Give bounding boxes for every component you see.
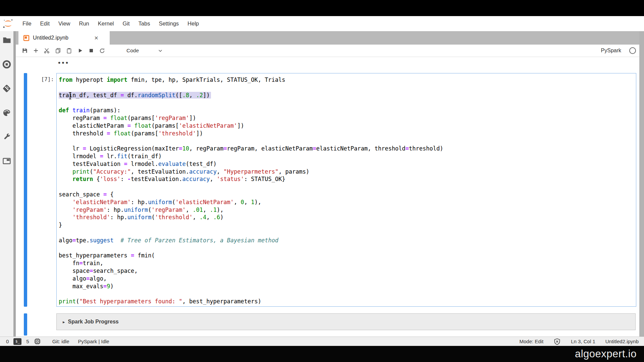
notebook-area: ••• [7]: from hyperopt import fmin, tpe,… xyxy=(16,57,644,337)
menu-view[interactable]: View xyxy=(54,20,74,27)
run-cell-button[interactable] xyxy=(74,46,86,56)
left-sidebar xyxy=(0,31,13,337)
tab-close-icon[interactable]: × xyxy=(94,35,98,41)
terminal-icon: $_ xyxy=(13,338,21,345)
save-button[interactable] xyxy=(19,46,30,56)
jupyter-logo-icon xyxy=(0,16,16,31)
restart-kernel-button[interactable] xyxy=(97,46,108,56)
status-bar: 0 $_ 5 Git: idle PySpark | Idle Mode: Ed… xyxy=(0,337,644,346)
menu-run[interactable]: Run xyxy=(75,20,94,27)
menu-file[interactable]: File xyxy=(18,20,36,27)
code-cell[interactable]: from hyperopt import fmin, tpe, hp, Spar… xyxy=(56,73,636,307)
mode-indicator[interactable]: Mode: Edit xyxy=(520,339,544,344)
menu-help[interactable]: Help xyxy=(183,20,203,27)
menu-bar: File Edit View Run Kernel Git Tabs Setti… xyxy=(0,16,644,31)
top-black-bar xyxy=(0,0,644,16)
cursor-position[interactable]: Ln 3, Col 1 xyxy=(571,339,595,344)
code-editor[interactable]: from hyperopt import fmin, tpe, hp, Spar… xyxy=(59,76,635,305)
paste-cells-button[interactable] xyxy=(63,46,74,56)
kernel-chip-icon xyxy=(34,338,41,345)
kernel-status-icon[interactable] xyxy=(629,47,636,54)
cell-collapser[interactable] xyxy=(24,73,27,307)
collapsed-cell-indicator[interactable]: ••• xyxy=(58,59,69,67)
sidebar-divider xyxy=(13,31,16,337)
main-content: Untitled2.ipynb × xyxy=(16,31,644,337)
menu-tabs[interactable]: Tabs xyxy=(134,20,155,27)
menu-git[interactable]: Git xyxy=(118,20,134,27)
notebook-toolbar: Code PySpark xyxy=(16,45,644,57)
menu-kernel[interactable]: Kernel xyxy=(94,20,118,27)
tab-bar: Untitled2.ipynb × xyxy=(16,31,644,45)
menu-edit[interactable]: Edit xyxy=(36,20,54,27)
output-collapser[interactable] xyxy=(24,313,27,336)
brand-text: algoexpert.io xyxy=(575,348,637,360)
file-browser-icon[interactable] xyxy=(2,36,11,45)
cell-type-dropdown[interactable]: Code xyxy=(126,48,139,54)
copy-cells-button[interactable] xyxy=(52,46,63,56)
menu-settings[interactable]: Settings xyxy=(154,20,183,27)
git-icon[interactable] xyxy=(2,84,11,93)
tab-title: Untitled2.ipynb xyxy=(33,35,68,41)
cut-cells-button[interactable] xyxy=(41,46,52,56)
expand-arrow-icon[interactable]: ▸ xyxy=(63,319,65,324)
notebook-icon xyxy=(23,35,30,41)
tools-icon[interactable] xyxy=(2,132,11,141)
statusbar-filename[interactable]: Untitled2.ipynb xyxy=(605,339,639,344)
execution-count: [7]: xyxy=(26,76,54,82)
open-tabs-icon[interactable] xyxy=(2,157,11,165)
git-status[interactable]: Git: idle xyxy=(52,339,69,344)
palette-icon[interactable] xyxy=(2,108,11,117)
terminals-count[interactable]: 0 xyxy=(6,339,9,344)
spark-panel-label: Spark Job Progress xyxy=(68,319,119,325)
chevron-down-icon[interactable] xyxy=(156,48,164,53)
scrollbar-track[interactable] xyxy=(639,31,644,337)
footer-bar: algoexpert.io xyxy=(0,346,644,362)
stop-kernel-button[interactable] xyxy=(86,46,97,56)
running-kernels-icon[interactable] xyxy=(2,60,11,69)
spark-job-progress-panel[interactable]: ▸ Spark Job Progress xyxy=(56,313,636,330)
text-cursor-pointer xyxy=(68,92,72,101)
kernel-name-label[interactable]: PySpark xyxy=(601,48,621,54)
trust-shield-icon[interactable] xyxy=(553,338,561,345)
tab-untitled2[interactable]: Untitled2.ipynb × xyxy=(18,31,110,45)
add-cell-button[interactable] xyxy=(30,46,41,56)
kernels-count[interactable]: 5 xyxy=(26,339,29,344)
kernel-status[interactable]: PySpark | Idle xyxy=(78,339,109,344)
